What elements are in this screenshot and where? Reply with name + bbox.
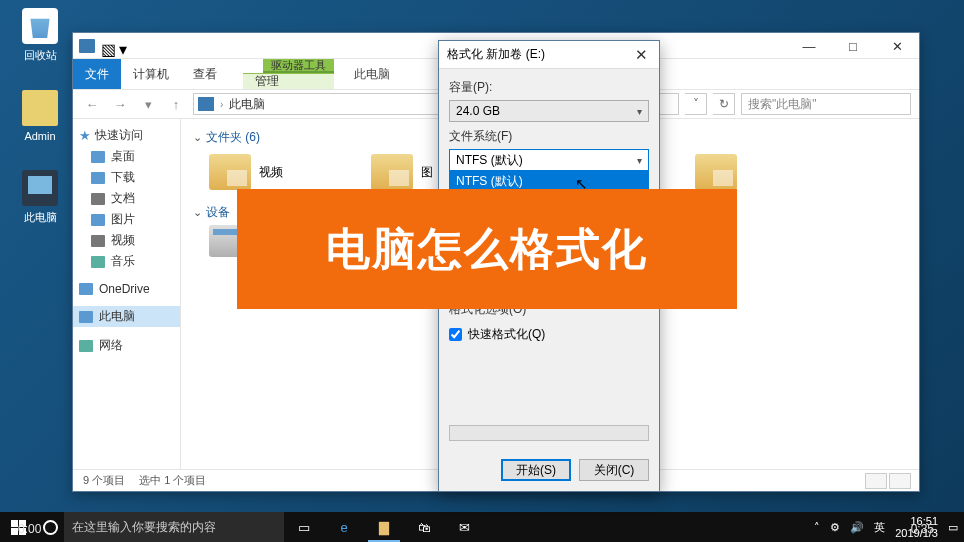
edge-icon: e — [340, 520, 347, 535]
refresh-button[interactable]: ↻ — [713, 93, 735, 115]
picture-icon — [91, 214, 105, 226]
folder-item[interactable] — [695, 154, 845, 190]
sidebar-quick-access[interactable]: ★快速访问 — [73, 125, 180, 146]
taskview-icon: ▭ — [298, 520, 310, 535]
banner-text: 电脑怎么格式化 — [326, 220, 648, 279]
nav-forward-button[interactable]: → — [109, 93, 131, 115]
chevron-down-icon: ▾ — [637, 155, 642, 166]
music-icon — [91, 256, 105, 268]
qat-save-icon[interactable]: ▧ — [101, 40, 113, 52]
tray-ime[interactable]: 英 — [874, 520, 885, 535]
sidebar-item-pictures[interactable]: 图片 — [73, 209, 180, 230]
desktop-icon-label: 此电脑 — [10, 210, 70, 225]
dialog-titlebar[interactable]: 格式化 新加卷 (E:) ✕ — [439, 41, 659, 69]
filesystem-label: 文件系统(F) — [449, 128, 649, 145]
video-timestamp-left: 0:00 — [18, 522, 41, 536]
dialog-title: 格式化 新加卷 (E:) — [447, 46, 545, 63]
desktop-icon-recycle-bin[interactable]: 回收站 — [10, 8, 70, 63]
window-icon — [79, 39, 95, 53]
computer-icon — [79, 311, 93, 323]
desktop-icon-label: 回收站 — [10, 48, 70, 63]
close-button[interactable]: ✕ — [875, 33, 919, 59]
search-placeholder: 搜索"此电脑" — [748, 96, 817, 113]
view-details-button[interactable] — [865, 473, 887, 489]
computer-icon — [198, 97, 214, 111]
network-icon — [79, 340, 93, 352]
format-progress-bar — [449, 425, 649, 441]
sidebar-item-desktop[interactable]: 桌面 — [73, 146, 180, 167]
folder-icon — [371, 154, 413, 190]
sidebar-item-downloads[interactable]: 下载 — [73, 167, 180, 188]
tray-up-icon[interactable]: ˄ — [814, 521, 820, 534]
window-title: 此电脑 — [354, 59, 390, 89]
star-icon: ★ — [79, 128, 91, 143]
status-item-count: 9 个项目 — [83, 473, 125, 488]
sidebar: ★快速访问 桌面 下载 文档 图片 视频 音乐 OneDrive 此电脑 网络 — [73, 119, 181, 469]
quick-format-checkbox[interactable]: 快速格式化(Q) — [449, 322, 649, 347]
minimize-button[interactable]: — — [787, 33, 831, 59]
taskbar-store[interactable]: 🛍 — [404, 512, 444, 542]
chevron-right-icon: › — [220, 99, 223, 110]
tray-volume-icon[interactable]: 🔊 — [850, 521, 864, 534]
download-icon — [91, 172, 105, 184]
sidebar-this-pc[interactable]: 此电脑 — [73, 306, 180, 327]
folder-icon — [695, 154, 737, 190]
taskbar-search-input[interactable]: 在这里输入你要搜索的内容 — [64, 512, 284, 542]
action-center-button[interactable]: ▭ — [948, 521, 958, 534]
tab-manage[interactable]: 管理 — [243, 73, 334, 89]
address-dropdown-button[interactable]: ˅ — [685, 93, 707, 115]
tab-context-group: 驱动器工具 — [263, 59, 334, 73]
desktop-icon-admin[interactable]: Admin — [10, 90, 70, 142]
sidebar-item-documents[interactable]: 文档 — [73, 188, 180, 209]
nav-up-button[interactable]: ↑ — [165, 93, 187, 115]
cortana-icon — [43, 520, 58, 535]
desktop-icon-label: Admin — [10, 130, 70, 142]
taskbar-explorer[interactable]: ▇ — [364, 512, 404, 542]
dialog-close-button[interactable]: ✕ — [631, 45, 651, 65]
quick-format-label: 快速格式化(Q) — [468, 326, 545, 343]
start-button[interactable]: 开始(S) — [501, 459, 571, 481]
breadcrumb[interactable]: 此电脑 — [229, 96, 265, 113]
sidebar-item-music[interactable]: 音乐 — [73, 251, 180, 272]
video-icon — [91, 235, 105, 247]
folder-label: 视频 — [259, 164, 283, 181]
computer-icon — [22, 170, 58, 206]
tab-view[interactable]: 查看 — [181, 59, 229, 89]
task-view-button[interactable]: ▭ — [284, 512, 324, 542]
filesystem-select[interactable]: NTFS (默认) ▾ NTFS (默认) FAT32 — [449, 149, 649, 171]
qat-dropdown-icon[interactable]: ▾ — [119, 40, 131, 52]
overlay-banner: 电脑怎么格式化 — [237, 189, 737, 309]
nav-history-button[interactable]: ▾ — [137, 93, 159, 115]
maximize-button[interactable]: □ — [831, 33, 875, 59]
quick-format-input[interactable] — [449, 328, 462, 341]
capacity-value: 24.0 GB — [456, 104, 500, 118]
system-tray: ˄ ⚙ 🔊 英 16:51 2019/1/3 ▭ — [808, 515, 964, 539]
taskbar-edge[interactable]: e — [324, 512, 364, 542]
mail-icon: ✉ — [459, 520, 470, 535]
recycle-bin-icon — [22, 8, 58, 44]
tab-computer[interactable]: 计算机 — [121, 59, 181, 89]
capacity-label: 容量(P): — [449, 79, 649, 96]
sidebar-onedrive[interactable]: OneDrive — [73, 280, 180, 298]
cloud-icon — [79, 283, 93, 295]
folder-icon: ▇ — [379, 520, 389, 535]
filesystem-selected: NTFS (默认) — [456, 152, 523, 169]
tab-file[interactable]: 文件 — [73, 59, 121, 89]
taskbar-mail[interactable]: ✉ — [444, 512, 484, 542]
document-icon — [91, 193, 105, 205]
view-icons-button[interactable] — [889, 473, 911, 489]
chevron-down-icon: ▾ — [637, 106, 642, 117]
taskbar-search-placeholder: 在这里输入你要搜索的内容 — [72, 519, 216, 536]
desktop-icon — [91, 151, 105, 163]
tray-network-icon[interactable]: ⚙ — [830, 521, 840, 534]
folder-videos[interactable]: 视频 — [209, 154, 359, 190]
nav-back-button[interactable]: ← — [81, 93, 103, 115]
sidebar-network[interactable]: 网络 — [73, 335, 180, 356]
search-input[interactable]: 搜索"此电脑" — [741, 93, 911, 115]
close-button[interactable]: 关闭(C) — [579, 459, 649, 481]
capacity-select[interactable]: 24.0 GB ▾ — [449, 100, 649, 122]
folder-label: 图 — [421, 164, 433, 181]
desktop-icon-this-pc[interactable]: 此电脑 — [10, 170, 70, 225]
folder-icon — [22, 90, 58, 126]
sidebar-item-videos[interactable]: 视频 — [73, 230, 180, 251]
